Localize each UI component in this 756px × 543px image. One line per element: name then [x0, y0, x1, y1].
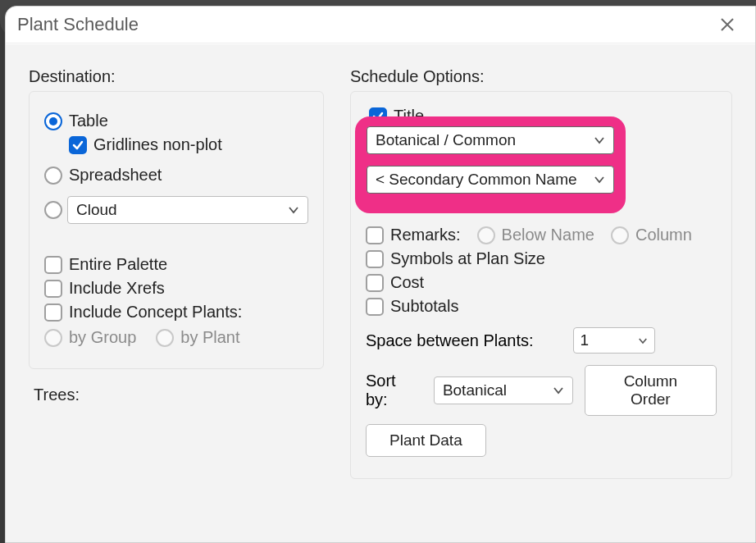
- checkbox-icon: [366, 274, 384, 292]
- schedule-options-label: Schedule Options:: [350, 67, 732, 86]
- radio-by-plant: by Plant: [156, 328, 239, 347]
- include-concept-label: Include Concept Plants:: [69, 303, 242, 322]
- radio-icon: [611, 226, 629, 244]
- remarks-label: Remarks:: [390, 226, 461, 244]
- include-xrefs-label: Include Xrefs: [69, 279, 165, 298]
- chevron-down-icon: [594, 136, 605, 144]
- titlebar: Plant Schedule: [6, 7, 755, 43]
- radio-spreadsheet[interactable]: Spreadsheet: [44, 166, 308, 185]
- destination-group: Table Gridlines non-plot Spreadsheet: [29, 91, 324, 369]
- space-between-label: Space between Plants:: [366, 331, 534, 350]
- radio-icon: [44, 329, 62, 347]
- by-group-label: by Group: [69, 328, 136, 347]
- chevron-down-icon: [638, 337, 648, 345]
- radio-by-group: by Group: [44, 328, 136, 347]
- symbols-label: Symbols at Plan Size: [390, 249, 545, 268]
- radio-table[interactable]: Table: [44, 112, 308, 130]
- space-value: 1: [581, 331, 590, 349]
- checkbox-include-concept[interactable]: Include Concept Plants:: [44, 303, 308, 322]
- secondary-name-select[interactable]: < Secondary Common Name: [367, 166, 614, 194]
- entire-palette-label: Entire Palette: [69, 255, 167, 274]
- name-format-value: Botanical / Common: [376, 131, 516, 149]
- space-between-select[interactable]: 1: [573, 327, 655, 354]
- checkbox-include-xrefs[interactable]: Include Xrefs: [44, 279, 308, 298]
- checkbox-subtotals[interactable]: Subtotals: [366, 297, 717, 316]
- radio-cloud[interactable]: [44, 201, 62, 219]
- plant-schedule-dialog: Plant Schedule Destination: Table: [5, 6, 756, 543]
- radio-table-label: Table: [69, 112, 108, 130]
- dialog-title: Plant Schedule: [17, 14, 139, 35]
- close-button[interactable]: [716, 13, 739, 36]
- checkbox-remarks[interactable]: Remarks:: [366, 226, 461, 244]
- chevron-down-icon: [553, 386, 564, 395]
- trees-section-label: Trees:: [34, 386, 324, 404]
- radio-icon: [44, 112, 62, 130]
- column-label: Column: [635, 226, 692, 244]
- by-plant-label: by Plant: [180, 328, 239, 347]
- subtotals-label: Subtotals: [390, 297, 458, 316]
- chevron-down-icon: [594, 176, 605, 184]
- sortby-value: Botanical: [443, 381, 507, 399]
- below-name-label: Below Name: [502, 226, 594, 244]
- radio-icon: [44, 201, 62, 219]
- radio-column: Column: [611, 226, 692, 244]
- checkbox-entire-palette[interactable]: Entire Palette: [44, 255, 308, 274]
- checkbox-icon: [69, 136, 87, 154]
- secondary-name-value: < Secondary Common Name: [376, 171, 577, 189]
- checkbox-icon: [44, 303, 62, 322]
- column-order-button[interactable]: Column Order: [585, 365, 717, 416]
- name-format-select[interactable]: Botanical / Common: [367, 126, 614, 154]
- close-icon: [720, 17, 735, 32]
- plant-data-button[interactable]: Plant Data: [366, 424, 486, 457]
- radio-icon: [156, 329, 174, 347]
- cost-label: Cost: [390, 273, 424, 292]
- radio-icon: [44, 167, 62, 185]
- checkbox-cost[interactable]: Cost: [366, 273, 717, 292]
- cloud-select-value: Cloud: [76, 201, 117, 219]
- sortby-select[interactable]: Botanical: [434, 376, 573, 404]
- spreadsheet-label: Spreadsheet: [69, 166, 162, 185]
- checkbox-gridlines[interactable]: Gridlines non-plot: [69, 135, 308, 154]
- destination-label: Destination:: [29, 67, 324, 86]
- gridlines-label: Gridlines non-plot: [93, 135, 222, 154]
- checkbox-icon: [44, 256, 62, 274]
- checkbox-icon: [366, 226, 384, 244]
- radio-icon: [477, 226, 495, 244]
- radio-below-name: Below Name: [477, 226, 594, 244]
- highlight-annotation: Botanical / Common < Secondary Common Na…: [355, 116, 626, 213]
- checkbox-icon: [366, 298, 384, 316]
- checkbox-icon: [366, 250, 384, 268]
- chevron-down-icon: [288, 206, 299, 214]
- checkbox-icon: [44, 280, 62, 298]
- checkbox-symbols[interactable]: Symbols at Plan Size: [366, 249, 717, 268]
- sortby-label: Sort by:: [366, 372, 422, 409]
- cloud-select[interactable]: Cloud: [67, 196, 308, 224]
